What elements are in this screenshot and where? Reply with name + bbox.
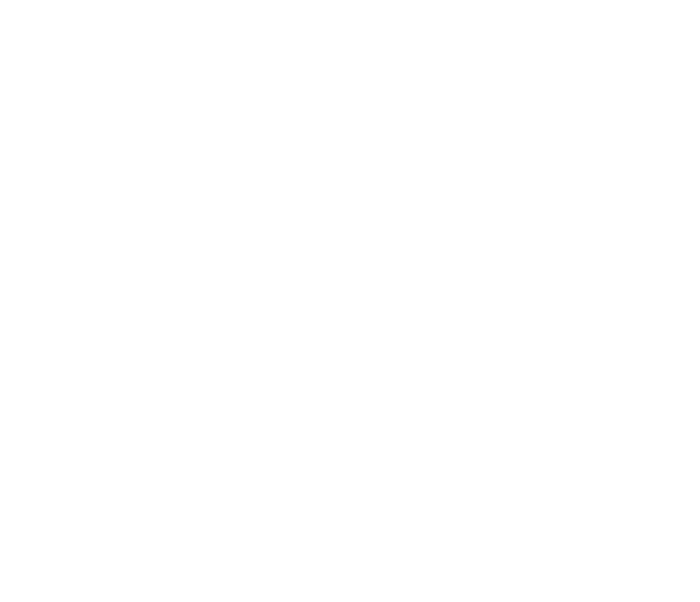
album-grid: [0, 0, 700, 602]
